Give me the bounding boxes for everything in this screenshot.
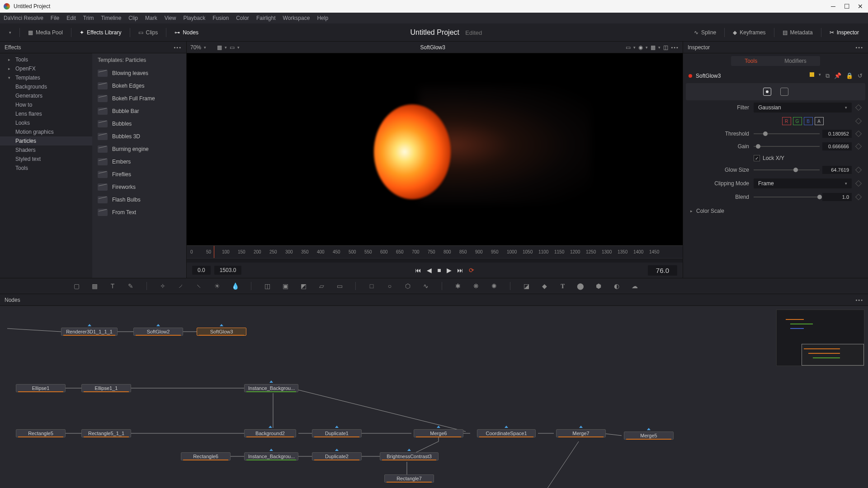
node-renderer3d[interactable]: Renderer3D1_1_1_1 [61, 328, 118, 336]
shelf-brightness-icon[interactable]: ⟍ [195, 282, 203, 290]
node-merge6[interactable]: Merge6 [414, 429, 463, 437]
keyframe-diamond[interactable] [855, 143, 862, 150]
layout-icon[interactable]: ▭ [230, 44, 235, 51]
shelf-text-icon[interactable]: T [108, 282, 117, 290]
node-flow-canvas[interactable]: Renderer3D1_1_1_1 SoftGlow2 SoftGlow3 El… [0, 306, 868, 488]
node-rectangle5-1-1[interactable]: Rectangle5_1_1 [81, 429, 131, 437]
tree-templates[interactable]: ▾Templates [0, 73, 92, 82]
shelf-text3d-icon[interactable]: 𝐓 [558, 282, 566, 290]
tree-shaders[interactable]: Shaders [0, 145, 92, 155]
fit-icon[interactable]: ▦ [217, 44, 222, 51]
timeline-scrollbar[interactable] [187, 258, 683, 263]
shelf-image3d-icon[interactable]: ◪ [522, 282, 530, 290]
channel-a-button[interactable]: A [815, 117, 824, 125]
node-ellipse1[interactable]: Ellipse1 [16, 384, 66, 392]
step-back-button[interactable]: ◀ [427, 267, 432, 274]
timecode-current[interactable]: 76.0 [648, 265, 677, 276]
lock-icon[interactable]: 🔒 [846, 72, 853, 80]
threshold-slider[interactable] [754, 133, 820, 134]
timecode-start[interactable]: 0.0 [192, 266, 211, 275]
shelf-pemitter-icon[interactable]: ✱ [454, 282, 462, 290]
menu-file[interactable]: File [51, 15, 59, 21]
template-item[interactable]: Fireflies [92, 168, 186, 181]
shelf-colorcorrect-icon[interactable]: ☀ [213, 282, 221, 290]
shelf-prender-icon[interactable]: ❋ [472, 282, 480, 290]
node-rectangle6[interactable]: Rectangle6 [181, 452, 231, 460]
inspector-tab-tools[interactable]: Tools [731, 56, 771, 66]
playhead[interactable] [214, 246, 214, 258]
node-enable-dot[interactable] [689, 74, 692, 78]
window-minimize-button[interactable]: ─ [829, 2, 837, 10]
tree-looks[interactable]: Looks [0, 118, 92, 127]
shelf-paint-icon[interactable]: ✎ [127, 282, 135, 290]
shelf-fastnoise-icon[interactable]: ▩ [90, 282, 99, 290]
tree-generators[interactable]: Generators [0, 91, 92, 100]
template-item[interactable]: Burning engine [92, 143, 186, 155]
tree-tools[interactable]: ▸Tools [0, 55, 92, 64]
shelf-crop-icon[interactable]: ▭ [335, 282, 344, 290]
viewer-zoom-label[interactable]: 70% [190, 44, 201, 51]
toggle-spline[interactable]: ∿Spline [689, 28, 721, 38]
lock-xy-checkbox[interactable]: ✓ [754, 155, 760, 161]
shelf-transform-icon[interactable]: ◩ [299, 282, 307, 290]
menu-fusion[interactable]: Fusion [212, 15, 229, 21]
template-item[interactable]: Bokeh Full Frame [92, 92, 186, 105]
shelf-blur-icon[interactable]: 💧 [231, 282, 239, 290]
channel-g-button[interactable]: G [793, 117, 802, 125]
view-grid-icon[interactable]: ▦ [651, 44, 656, 51]
node-ellipse1-1[interactable]: Ellipse1_1 [81, 384, 131, 392]
toggle-clips[interactable]: ▭Clips [134, 28, 163, 38]
template-item[interactable]: Flash Bulbs [92, 193, 186, 206]
pin-icon[interactable]: 📌 [834, 72, 841, 80]
keyframe-diamond[interactable] [855, 167, 862, 173]
filter-dropdown[interactable]: Gaussian▾ [754, 103, 852, 113]
menu-workspace[interactable]: Workspace [283, 15, 310, 21]
tree-lensflares[interactable]: Lens flares [0, 109, 92, 118]
node-minimap[interactable] [776, 310, 864, 366]
menu-help[interactable]: Help [317, 15, 328, 21]
node-rectangle5[interactable]: Rectangle5 [16, 429, 66, 437]
window-close-button[interactable]: ✕ [856, 2, 864, 10]
shelf-particles-icon[interactable]: ✧ [159, 282, 167, 290]
shelf-light-icon[interactable]: ◐ [613, 282, 621, 290]
threshold-input[interactable]: 0.180952 [822, 130, 852, 138]
node-duplicate1[interactable]: Duplicate1 [312, 429, 362, 437]
view-color-icon[interactable]: ◉ [638, 44, 643, 51]
clipping-dropdown[interactable]: Frame▾ [754, 178, 852, 188]
timecode-end[interactable]: 1503.0 [214, 266, 242, 275]
go-end-button[interactable]: ⏭ [457, 267, 463, 274]
controls-tab-icon[interactable] [763, 88, 771, 96]
template-item[interactable]: Bubble Bar [92, 105, 186, 117]
menu-trim[interactable]: Trim [83, 15, 94, 21]
shelf-mask-icon[interactable]: ⟋ [177, 282, 185, 290]
shelf-shape3d-icon[interactable]: ◆ [540, 282, 548, 290]
menu-timeline[interactable]: Timeline [101, 15, 121, 21]
tree-backgrounds[interactable]: Backgrounds [0, 82, 92, 91]
window-maximize-button[interactable]: ☐ [843, 2, 851, 10]
inspector-tab-modifiers[interactable]: Modifiers [771, 56, 820, 66]
template-item[interactable]: Embers [92, 155, 186, 168]
channel-r-button[interactable]: R [782, 117, 791, 125]
shelf-polygon-icon[interactable]: ⬡ [404, 282, 412, 290]
template-item[interactable]: Bokeh Edges [92, 80, 186, 92]
template-item[interactable]: From Text [92, 206, 186, 219]
shelf-merge-icon[interactable]: ◫ [263, 282, 271, 290]
menu-view[interactable]: View [165, 15, 176, 21]
shelf-background-icon[interactable]: ▢ [72, 282, 80, 290]
menu-playback[interactable]: Playback [183, 15, 205, 21]
go-start-button[interactable]: ⏮ [415, 267, 421, 274]
menu-color[interactable]: Color [236, 15, 249, 21]
colorscale-section[interactable]: ▸Color Scale [683, 203, 868, 219]
tree-styledtext[interactable]: Styled text [0, 155, 92, 164]
shelf-renderer-icon[interactable]: ☁ [631, 282, 639, 290]
stop-button[interactable]: ■ [437, 267, 441, 274]
node-softglow3[interactable]: SoftGlow3 [197, 328, 246, 336]
gain-slider[interactable] [754, 146, 820, 147]
keyframe-diamond[interactable] [855, 180, 862, 187]
node-merge5[interactable]: Merge5 [624, 432, 674, 440]
template-item[interactable]: Blowing leaves [92, 67, 186, 80]
menu-fairlight[interactable]: Fairlight [256, 15, 276, 21]
timeline-ruler[interactable]: 0501001502002503003504004505005506006507… [187, 245, 683, 258]
toggle-metadata[interactable]: ▤Metadata [778, 28, 817, 38]
loop-button[interactable]: ⟳ [469, 267, 474, 274]
